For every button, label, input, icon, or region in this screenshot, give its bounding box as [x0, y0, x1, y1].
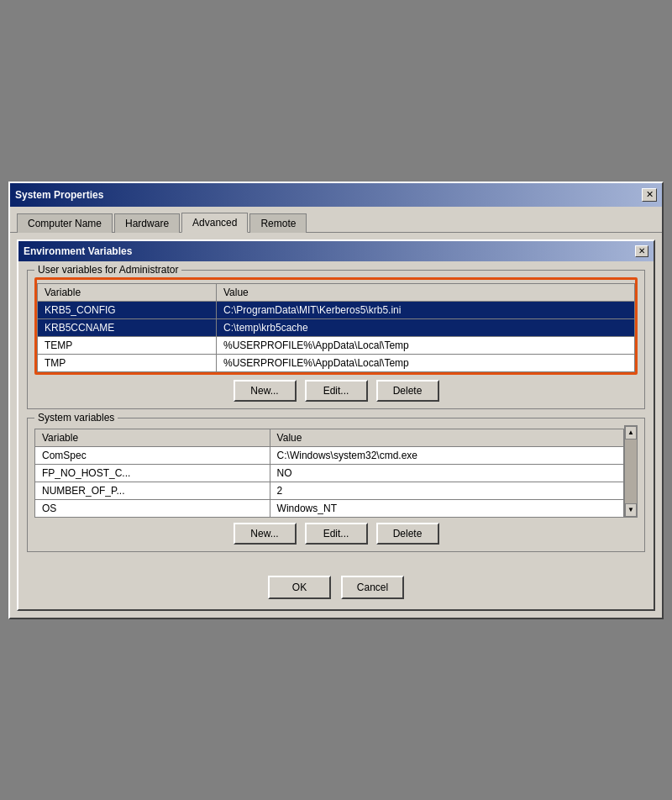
sys-var-col-value: Value	[270, 429, 623, 446]
sys-var-col-variable: Variable	[35, 429, 270, 446]
tab-hardware[interactable]: Hardware	[114, 213, 180, 233]
user-var-name: TMP	[38, 354, 217, 371]
tab-advanced[interactable]: Advanced	[181, 213, 248, 233]
window-close-button[interactable]: ✕	[642, 188, 657, 202]
env-title-bar: Environment Variables ✕	[18, 241, 654, 261]
sys-edit-button[interactable]: Edit...	[305, 523, 368, 545]
user-var-name: KRB5CCNAME	[38, 318, 217, 336]
sys-var-value: 2	[270, 482, 623, 499]
system-table-scrollbar[interactable]: ▲ ▼	[624, 425, 638, 518]
sys-delete-button[interactable]: Delete	[376, 523, 439, 545]
sys-var-value: Windows_NT	[270, 499, 623, 517]
dialog-bottom-buttons: OK Cancel	[18, 569, 654, 609]
env-close-button[interactable]: ✕	[635, 245, 648, 257]
sys-var-row[interactable]: FP_NO_HOST_C...NO	[35, 464, 624, 482]
system-variables-label: System variables	[34, 412, 118, 424]
window-title: System Properties	[15, 189, 103, 201]
user-variables-buttons: New... Edit... Delete	[34, 380, 638, 402]
user-var-value: %USERPROFILE%\AppData\Local\Temp	[216, 336, 634, 354]
ok-button[interactable]: OK	[268, 576, 331, 599]
system-variables-table-container: Variable Value ComSpecC:\Windows\system3…	[34, 425, 638, 518]
user-var-value: C:\temp\krb5cache	[216, 318, 634, 336]
env-dialog-title: Environment Variables	[24, 245, 132, 257]
user-var-value: C:\ProgramData\MIT\Kerberos5\krb5.ini	[216, 301, 634, 318]
user-variables-section: User variables for Administrator Variabl…	[27, 270, 645, 409]
user-var-row[interactable]: TEMP%USERPROFILE%\AppData\Local\Temp	[38, 336, 635, 354]
tab-computer-name[interactable]: Computer Name	[17, 213, 113, 233]
user-var-row[interactable]: KRB5CCNAMEC:\temp\krb5cache	[38, 318, 635, 336]
env-dialog-body: User variables for Administrator Variabl…	[18, 261, 654, 569]
user-var-col-variable: Variable	[38, 283, 217, 301]
sys-var-row[interactable]: ComSpecC:\Windows\system32\cmd.exe	[35, 446, 624, 464]
user-variables-table: Variable Value KRB5_CONFIGC:\ProgramData…	[37, 283, 635, 372]
user-var-col-value: Value	[216, 283, 634, 301]
scrollbar-down-arrow[interactable]: ▼	[625, 503, 637, 517]
user-var-value: %USERPROFILE%\AppData\Local\Temp	[216, 354, 634, 371]
user-edit-button[interactable]: Edit...	[305, 380, 368, 402]
scrollbar-track	[625, 439, 637, 503]
main-content: Environment Variables ✕ User variables f…	[10, 232, 662, 618]
title-bar: System Properties ✕	[10, 183, 662, 207]
tab-remote[interactable]: Remote	[249, 213, 307, 233]
sys-var-value: NO	[270, 464, 623, 482]
sys-var-name: OS	[35, 499, 270, 517]
sys-var-row[interactable]: OSWindows_NT	[35, 499, 624, 517]
cancel-button[interactable]: Cancel	[341, 576, 404, 599]
user-var-name: KRB5_CONFIG	[38, 301, 217, 318]
sys-var-row[interactable]: NUMBER_OF_P...2	[35, 482, 624, 499]
user-var-row[interactable]: TMP%USERPROFILE%\AppData\Local\Temp	[38, 354, 635, 371]
sys-var-name: NUMBER_OF_P...	[35, 482, 270, 499]
sys-var-name: ComSpec	[35, 446, 270, 464]
system-variables-section: System variables Variable Value ComSpecC…	[27, 418, 645, 552]
tabs-bar: Computer Name Hardware Advanced Remote	[10, 207, 662, 232]
system-variables-buttons: New... Edit... Delete	[34, 523, 638, 545]
sys-var-name: FP_NO_HOST_C...	[35, 464, 270, 482]
user-new-button[interactable]: New...	[234, 380, 297, 402]
user-var-name: TEMP	[38, 336, 217, 354]
scrollbar-up-arrow[interactable]: ▲	[625, 426, 637, 439]
system-properties-window: System Properties ✕ Computer Name Hardwa…	[8, 182, 664, 619]
env-variables-dialog: Environment Variables ✕ User variables f…	[17, 239, 655, 611]
user-variables-label: User variables for Administrator	[34, 264, 181, 276]
user-var-row[interactable]: KRB5_CONFIGC:\ProgramData\MIT\Kerberos5\…	[38, 301, 635, 318]
sys-new-button[interactable]: New...	[234, 523, 297, 545]
system-variables-table: Variable Value ComSpecC:\Windows\system3…	[34, 429, 624, 518]
user-delete-button[interactable]: Delete	[376, 380, 439, 402]
user-variables-table-wrapper: Variable Value KRB5_CONFIGC:\ProgramData…	[34, 277, 638, 375]
sys-var-value: C:\Windows\system32\cmd.exe	[270, 446, 623, 464]
